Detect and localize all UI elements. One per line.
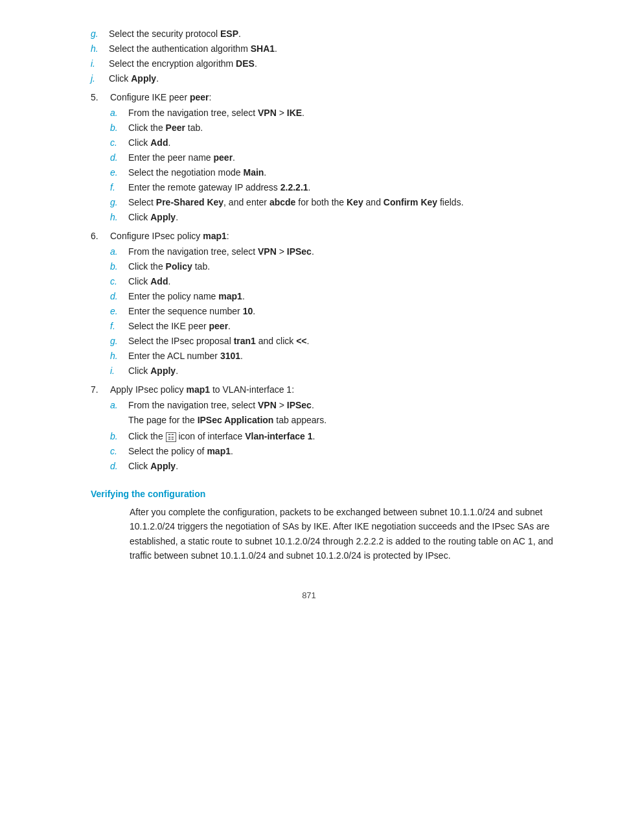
- item-content: Apply IPsec policy map1 to VLAN-interfac…: [110, 383, 566, 476]
- item-content: Configure IKE peer peer: a. From the nav…: [110, 91, 566, 227]
- list-item: d. Click Apply.: [110, 460, 566, 473]
- list-alpha: j.: [91, 72, 109, 86]
- list-alpha: e.: [110, 305, 128, 318]
- list-content: From the navigation tree, select VPN > I…: [128, 399, 314, 412]
- item-intro: Configure IKE peer peer:: [110, 92, 211, 102]
- list-item: g. Select the IPsec proposal tran1 and c…: [110, 334, 566, 348]
- list-content: Select Pre-Shared Key, and enter abcde f…: [128, 196, 566, 209]
- content-area: g. Select the security protocol ESP. h. …: [91, 27, 566, 563]
- list-content: Enter the ACL number 3101.: [128, 349, 566, 363]
- list-content: Select the IKE peer peer.: [128, 320, 566, 333]
- list-item: h. Select the authentication algorithm S…: [91, 42, 566, 56]
- list-alpha: g.: [110, 334, 128, 348]
- list-content: Enter the policy name map1.: [128, 290, 566, 303]
- list-item: c. Select the policy of map1.: [110, 445, 566, 458]
- list-item: b. Click the Peer tab.: [110, 121, 566, 135]
- list-item: a. From the navigation tree, select VPN …: [110, 245, 566, 259]
- list-content: Enter the peer name peer.: [128, 151, 566, 165]
- list-alpha: c.: [110, 275, 128, 288]
- item-intro: Apply IPsec policy map1 to VLAN-interfac…: [110, 384, 294, 395]
- list-item: e. Enter the sequence number 10.: [110, 305, 566, 318]
- list-alpha: d.: [110, 460, 128, 473]
- list-content: Click the ☷ icon of interface Vlan-inter…: [128, 430, 566, 443]
- list-item: g. Select Pre-Shared Key, and enter abcd…: [110, 196, 566, 209]
- list-item: h. Click Apply.: [110, 211, 566, 224]
- list-item: 5. Configure IKE peer peer: a. From the …: [91, 91, 566, 227]
- list-alpha: h.: [110, 211, 128, 224]
- page-number: 871: [52, 589, 566, 602]
- list-content: Select the authentication algorithm SHA1…: [109, 42, 566, 56]
- list-alpha: b.: [110, 121, 128, 135]
- list-content: Select the negotiation mode Main.: [128, 166, 566, 180]
- list-alpha: d.: [110, 151, 128, 165]
- verifying-section: Verifying the configuration After you co…: [91, 487, 566, 563]
- list-content: Click Apply.: [109, 72, 566, 86]
- list-item: a. From the navigation tree, select VPN …: [110, 106, 566, 120]
- outer-list: 5. Configure IKE peer peer: a. From the …: [91, 91, 566, 476]
- list-content: Enter the remote gateway IP address 2.2.…: [128, 181, 566, 194]
- section-heading: Verifying the configuration: [91, 487, 566, 501]
- list-content: Select the security protocol ESP.: [109, 27, 566, 41]
- verify-body: After you complete the configuration, pa…: [130, 505, 566, 563]
- list-item: g. Select the security protocol ESP.: [91, 27, 566, 41]
- list-alpha: i.: [91, 57, 109, 71]
- item-number: 5.: [91, 91, 110, 104]
- list-item: c. Click Add.: [110, 136, 566, 150]
- list-content: Select the policy of map1.: [128, 445, 566, 458]
- list-item: 6. Configure IPsec policy map1: a. From …: [91, 229, 566, 380]
- list-content: Click Apply.: [128, 364, 566, 378]
- list-alpha: a.: [110, 106, 128, 120]
- inner-list: a. From the navigation tree, select VPN …: [110, 245, 566, 378]
- list-alpha: a.: [110, 245, 128, 259]
- list-alpha: f.: [110, 320, 128, 333]
- list-content: Click the Peer tab.: [128, 121, 566, 135]
- list-item: b. Click the Policy tab.: [110, 260, 566, 274]
- list-alpha: d.: [110, 290, 128, 303]
- list-alpha: h.: [110, 349, 128, 363]
- list-alpha: c.: [110, 136, 128, 150]
- list-content: Click the Policy tab.: [128, 260, 566, 274]
- list-item: f. Select the IKE peer peer.: [110, 320, 566, 333]
- item-number: 7.: [91, 383, 110, 397]
- list-content: From the navigation tree, select VPN > I…: [128, 245, 566, 259]
- list-alpha: a.: [110, 399, 128, 412]
- item-number: 6.: [91, 229, 110, 243]
- list-content: Select the encryption algorithm DES.: [109, 57, 566, 71]
- list-item: h. Enter the ACL number 3101.: [110, 349, 566, 363]
- list-item: a. From the navigation tree, select VPN …: [110, 399, 566, 428]
- list-item: c. Click Add.: [110, 275, 566, 288]
- list-item: f. Enter the remote gateway IP address 2…: [110, 181, 566, 194]
- list-item: i. Select the encryption algorithm DES.: [91, 57, 566, 71]
- list-item: d. Enter the peer name peer.: [110, 151, 566, 165]
- list-item: e. Select the negotiation mode Main.: [110, 166, 566, 180]
- list-content: Click Add.: [128, 275, 566, 288]
- continuation-list: g. Select the security protocol ESP. h. …: [91, 27, 566, 86]
- list-alpha: i.: [110, 364, 128, 378]
- list-alpha: g.: [110, 196, 128, 209]
- list-item: i. Click Apply.: [110, 364, 566, 378]
- list-item: d. Enter the policy name map1.: [110, 290, 566, 303]
- page-container: g. Select the security protocol ESP. h. …: [0, 0, 618, 840]
- item-content: Configure IPsec policy map1: a. From the…: [110, 229, 566, 380]
- inner-list: a. From the navigation tree, select VPN …: [110, 399, 566, 473]
- item-intro: Configure IPsec policy map1:: [110, 231, 229, 241]
- inner-list: a. From the navigation tree, select VPN …: [110, 106, 566, 224]
- list-content: Click Apply.: [128, 460, 566, 473]
- list-item: 7. Apply IPsec policy map1 to VLAN-inter…: [91, 383, 566, 476]
- list-content: From the navigation tree, select VPN > I…: [128, 106, 566, 120]
- list-alpha: e.: [110, 166, 128, 180]
- list-alpha: g.: [91, 27, 109, 41]
- list-alpha: h.: [91, 42, 109, 56]
- list-content: Click Apply.: [128, 211, 566, 224]
- interface-icon: ☷: [166, 432, 176, 442]
- list-alpha: b.: [110, 260, 128, 274]
- list-content: Click Add.: [128, 136, 566, 150]
- list-alpha: f.: [110, 181, 128, 194]
- sub-note: The page for the IPSec Application tab a…: [128, 414, 326, 427]
- list-item: j. Click Apply.: [91, 72, 566, 86]
- list-content: Enter the sequence number 10.: [128, 305, 566, 318]
- list-alpha: c.: [110, 445, 128, 458]
- list-item: b. Click the ☷ icon of interface Vlan-in…: [110, 430, 566, 443]
- list-content: Select the IPsec proposal tran1 and clic…: [128, 334, 566, 348]
- list-alpha: b.: [110, 430, 128, 443]
